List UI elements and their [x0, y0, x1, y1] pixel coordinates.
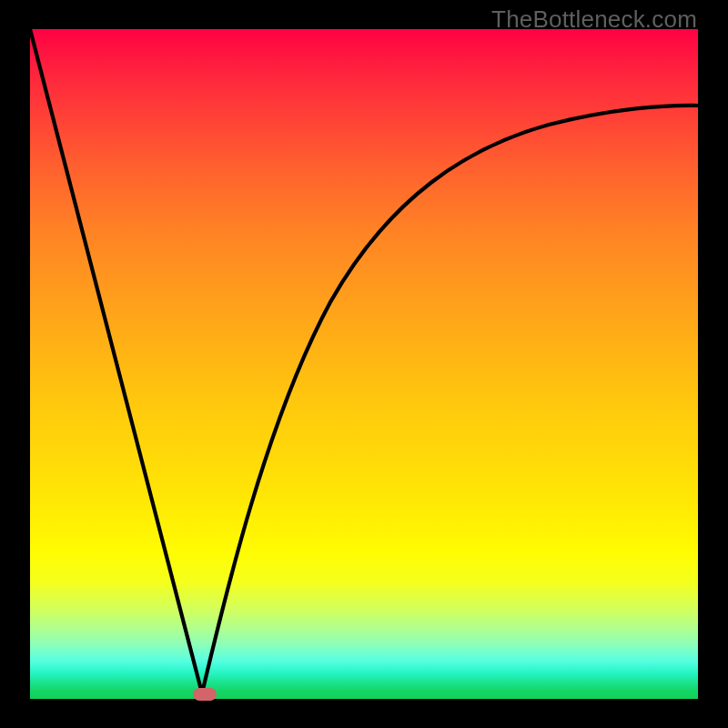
watermark-text: TheBottleneck.com [491, 5, 697, 34]
gradient-plot-area [30, 29, 698, 699]
bottleneck-marker [193, 688, 217, 701]
